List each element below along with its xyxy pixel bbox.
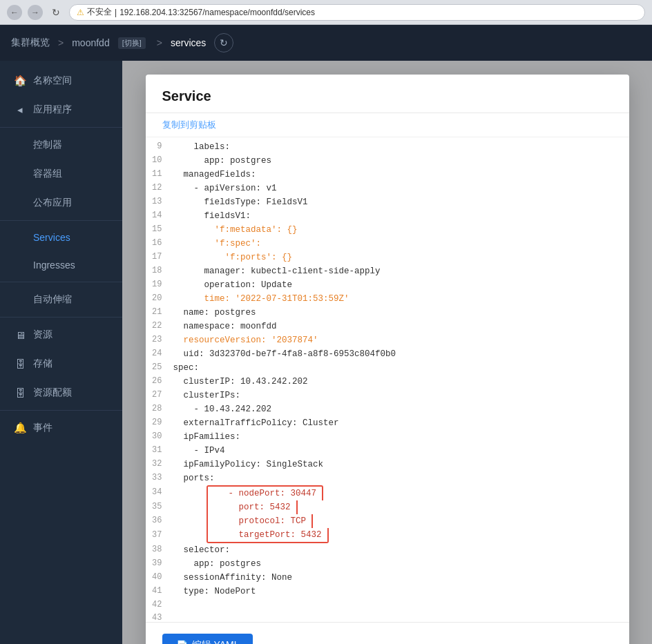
code-line: 40 sessionAffinity: None	[146, 571, 629, 585]
code-line: 12 - apiVersion: v1	[146, 182, 629, 195]
code-line: protocol: TCP	[207, 514, 314, 528]
line-content: uid: 3d32370d-be7f-4fa8-a8f8-6953c804f0b…	[173, 347, 396, 361]
code-line: 17 'f:ports': {}	[146, 251, 629, 264]
line-number: 36	[151, 514, 173, 527]
storage-icon: 🗄	[14, 358, 26, 370]
code-line: 37 targetPort: 5432	[146, 528, 629, 543]
sidebar: 🏠 名称空间 ◂ 应用程序 控制器 容器组 公布应用 Services Ingr…	[0, 61, 122, 644]
line-content: type: NodePort	[173, 585, 256, 598]
code-line: 10 app: postgres	[146, 154, 629, 168]
sidebar-label-controllers: 控制器	[33, 139, 62, 151]
sidebar-label-services: Services	[33, 232, 70, 243]
sidebar-item-publish[interactable]: 公布应用	[0, 188, 122, 217]
code-line: - nodePort: 30447	[207, 485, 324, 500]
code-line: 32 ipFamilyPolicy: SingleStack	[146, 458, 629, 471]
line-content: ports:	[173, 471, 215, 485]
breadcrumb-namespace[interactable]: moonfdd	[72, 37, 109, 48]
address-bar[interactable]: ⚠ 不安全 | 192.168.204.13:32567/namespace/m…	[69, 4, 645, 21]
refresh-button[interactable]: ↻	[214, 33, 233, 52]
line-number: 25	[151, 361, 173, 374]
sidebar-label-resources: 资源	[33, 329, 52, 341]
url-text: 192.168.204.13:32567/namespace/moonfdd/s…	[119, 8, 315, 17]
breadcrumb-switch-tag[interactable]: [切换]	[118, 37, 146, 49]
modal-header: Service	[146, 75, 629, 113]
forward-button[interactable]: →	[28, 5, 43, 20]
line-number: 35	[151, 500, 173, 514]
sidebar-item-services[interactable]: Services	[0, 224, 122, 251]
line-number: 30	[151, 430, 173, 443]
line-content: - 10.43.242.202	[173, 402, 272, 416]
line-number: 26	[151, 375, 173, 388]
line-number: 17	[151, 251, 173, 264]
line-number: 9	[151, 140, 173, 153]
sidebar-item-ingresses[interactable]: Ingresses	[0, 251, 122, 279]
code-line: 23 resourceVersion: '2037874'	[146, 333, 629, 347]
sidebar-item-apps[interactable]: ◂ 应用程序	[0, 95, 122, 124]
sidebar-divider-2	[0, 220, 122, 221]
app-header: 集群概览 > moonfdd [切换] > services ↻	[0, 25, 652, 61]
modal-title: Service	[162, 88, 613, 104]
sidebar-item-quota[interactable]: 🗄 资源配额	[0, 378, 122, 407]
sidebar-label-apps: 应用程序	[33, 104, 72, 116]
line-number: 18	[151, 264, 173, 277]
line-content: resourceVersion: '2037874'	[173, 333, 318, 347]
code-line: 34 - nodePort: 30447	[146, 485, 629, 500]
sidebar-label-publish: 公布应用	[33, 197, 72, 209]
code-line: 9 labels:	[146, 140, 629, 154]
breadcrumb-current: services	[171, 37, 206, 48]
sidebar-label-storage: 存储	[33, 358, 52, 370]
browser-refresh-button[interactable]: ↻	[48, 5, 64, 20]
apps-icon: ◂	[14, 104, 26, 116]
line-content: manager: kubectl-client-side-apply	[173, 264, 381, 278]
sidebar-item-autoscale[interactable]: 自动伸缩	[0, 285, 122, 314]
sidebar-item-resources[interactable]: 🖥 资源	[0, 320, 122, 349]
breadcrumb-cluster[interactable]: 集群概览	[11, 37, 50, 49]
line-content: 'f:spec':	[173, 237, 262, 251]
line-number: 21	[151, 306, 173, 319]
line-number: 23	[151, 333, 173, 347]
sidebar-divider-1	[0, 127, 122, 128]
line-content: operation: Update	[173, 278, 293, 292]
line-content: managedFields:	[173, 168, 256, 182]
code-block: 9 labels:10 app: postgres11 managedField…	[146, 137, 629, 622]
code-line: 22 namespace: moonfdd	[146, 320, 629, 333]
line-content: labels:	[173, 140, 231, 154]
sidebar-label-events: 事件	[33, 422, 52, 434]
security-warning-icon: ⚠	[77, 8, 84, 17]
code-line: 25spec:	[146, 361, 629, 375]
sidebar-item-events[interactable]: 🔔 事件	[0, 413, 122, 442]
code-line: 38 selector:	[146, 543, 629, 557]
line-content: namespace: moonfdd	[173, 320, 277, 333]
line-number: 34	[151, 486, 173, 499]
line-content: - apiVersion: v1	[173, 182, 277, 195]
code-line: 13 fieldsType: FieldsV1	[146, 195, 629, 209]
code-line: 18 manager: kubectl-client-side-apply	[146, 264, 629, 278]
line-number: 10	[151, 154, 173, 167]
breadcrumb-sep-1: >	[58, 37, 64, 48]
line-number: 11	[151, 168, 173, 181]
address-separator: |	[115, 8, 117, 17]
line-content: ipFamilies:	[173, 430, 241, 444]
code-line: 41 type: NodePort	[146, 585, 629, 598]
edit-yaml-button[interactable]: 📄 编辑 YAML	[162, 634, 253, 644]
line-content: name: postgres	[173, 306, 256, 320]
sidebar-item-storage[interactable]: 🗄 存储	[0, 349, 122, 378]
line-number: 16	[151, 237, 173, 250]
events-icon: 🔔	[14, 422, 26, 434]
app-body: 🏠 名称空间 ◂ 应用程序 控制器 容器组 公布应用 Services Ingr…	[0, 61, 652, 644]
sidebar-label-containers: 容器组	[33, 168, 62, 180]
modal-footer: 📄 编辑 YAML	[146, 622, 629, 644]
line-number: 22	[151, 320, 173, 333]
copy-clipboard-button[interactable]: 复制到剪贴板	[146, 113, 629, 137]
code-line: 39 app: postgres	[146, 557, 629, 571]
code-line: 31 - IPv4	[146, 444, 629, 458]
sidebar-label-namespace: 名称空间	[33, 75, 72, 87]
code-line: targetPort: 5432	[207, 528, 329, 543]
line-content: sessionAffinity: None	[173, 571, 293, 585]
sidebar-item-containers[interactable]: 容器组	[0, 159, 122, 188]
back-button[interactable]: ←	[7, 5, 22, 20]
sidebar-divider-5	[0, 410, 122, 411]
line-content: protocol: TCP	[208, 514, 307, 528]
sidebar-item-controllers[interactable]: 控制器	[0, 130, 122, 159]
sidebar-item-namespace[interactable]: 🏠 名称空间	[0, 66, 122, 95]
